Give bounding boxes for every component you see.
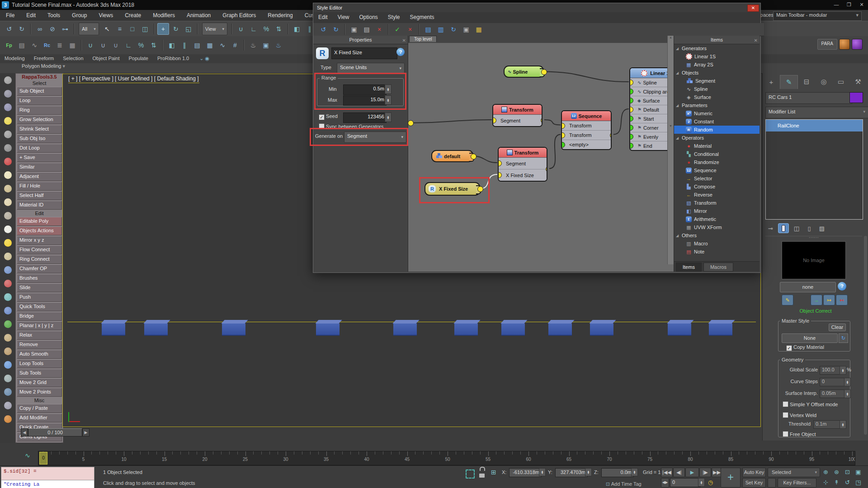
- snap-percent-icon[interactable]: %: [135, 39, 147, 51]
- simple-y-offset-checkbox[interactable]: Simple Y Offset mode: [783, 401, 838, 407]
- items-item-spline[interactable]: ∿Spline: [674, 85, 760, 93]
- snap-2d-icon[interactable]: ∪: [110, 39, 122, 51]
- items-item-transform[interactable]: ▧Transform: [674, 199, 760, 207]
- rappa-button-sub-object[interactable]: Sub Object: [17, 87, 62, 96]
- canvas-tab-top-level[interactable]: Top level: [409, 36, 437, 42]
- layer-list-icon[interactable]: ≣: [54, 39, 66, 51]
- modifier-stack[interactable]: RailClone: [765, 119, 863, 220]
- minimize-button[interactable]: —: [830, 0, 843, 9]
- bind-icon[interactable]: ⊶: [59, 23, 71, 35]
- se-menu-style[interactable]: Style: [383, 12, 405, 22]
- x-spinner[interactable]: ▲▼: [539, 468, 546, 476]
- grid-icon[interactable]: ▦: [66, 39, 78, 51]
- seed-field[interactable]: 123456: [343, 113, 387, 123]
- add-time-tag[interactable]: ⊡ Add Time Tag: [606, 481, 642, 487]
- items-item-compose[interactable]: ▙Compose: [674, 183, 760, 191]
- auto-key-button[interactable]: Auto Key: [742, 468, 766, 477]
- items-item-note[interactable]: ▤Note: [674, 248, 760, 256]
- redo-icon[interactable]: ↻: [16, 23, 28, 35]
- rappa-button-slide[interactable]: Slide: [17, 283, 62, 292]
- menu-edit[interactable]: Edit: [20, 10, 42, 21]
- items-item-constant[interactable]: 2Constant: [674, 117, 760, 126]
- rappa-button-select-half[interactable]: Select Half: [17, 191, 62, 200]
- rappa-button-adjacent[interactable]: Adjacent: [17, 172, 62, 181]
- mirror-icon[interactable]: ◧: [291, 23, 303, 35]
- canvas-scrollbar[interactable]: ▲▼: [667, 36, 674, 264]
- items-tab-macros[interactable]: Macros: [703, 263, 733, 272]
- rappa-button--save[interactable]: + Save: [17, 153, 62, 162]
- geometry-row-field[interactable]: 0: [820, 378, 846, 386]
- graph-node-t2[interactable]: TransformSegmentX Fixed Size: [498, 147, 547, 182]
- scene-box[interactable]: [102, 324, 125, 336]
- help-icon[interactable]: ?: [838, 282, 846, 291]
- rappa-button-objects-actions[interactable]: Objects Actions: [17, 226, 62, 235]
- items-group-others[interactable]: ◢Others: [674, 231, 760, 239]
- cone-icon[interactable]: [0, 222, 15, 236]
- walk-through-icon[interactable]: ↟: [832, 478, 841, 487]
- menu-views[interactable]: Views: [93, 10, 119, 21]
- items-item-macro[interactable]: ▥Macro: [674, 239, 760, 248]
- items-item-surface[interactable]: ◈Surface: [674, 93, 760, 101]
- snap-angle-icon[interactable]: ∟: [248, 23, 259, 35]
- orange-sphere-icon[interactable]: [839, 39, 850, 50]
- scene-box[interactable]: [668, 324, 691, 336]
- sync-checkbox[interactable]: Sync between Generators: [319, 123, 383, 129]
- set-key-button[interactable]: Set Key: [742, 478, 766, 488]
- maximize-button[interactable]: ❐: [843, 0, 855, 9]
- select-link-icon[interactable]: ∞: [34, 23, 46, 35]
- create-tab[interactable]: +: [763, 75, 780, 89]
- teapot-icon[interactable]: [0, 209, 15, 222]
- items-item-selector[interactable]: →Selector: [674, 174, 760, 183]
- rappa-button-planar-x-y-z[interactable]: Planar | x | y | z: [17, 321, 62, 330]
- modifier-list-dropdown[interactable]: Modifier List▾: [765, 107, 868, 118]
- clear-button[interactable]: Clear: [829, 324, 846, 331]
- curve-editor-icon[interactable]: ∿: [217, 39, 228, 51]
- items-header[interactable]: Items✕: [674, 36, 760, 44]
- min-spinner[interactable]: ▲▼: [385, 84, 392, 94]
- pan-icon[interactable]: ⊹: [821, 478, 830, 487]
- close-icon[interactable]: ✕: [754, 37, 758, 45]
- make-unique-icon[interactable]: ◫: [792, 224, 802, 233]
- ribbon-tab-freeform[interactable]: Freeform: [29, 54, 59, 62]
- refresh-icon[interactable]: ↻: [839, 333, 848, 343]
- rappa-button-bridge[interactable]: Bridge: [17, 312, 62, 321]
- cubes-icon[interactable]: [0, 263, 15, 277]
- key-filters-button[interactable]: Key Filters...: [778, 478, 816, 488]
- seed-checkbox[interactable]: ✓ Seed: [319, 113, 338, 120]
- menu-create[interactable]: Create: [119, 10, 147, 21]
- items-group-parameters[interactable]: ◢Parameters: [674, 101, 760, 109]
- se-refresh-icon[interactable]: ↻: [448, 23, 459, 35]
- rappa-button-copy-paste[interactable]: Copy / Paste: [17, 404, 62, 413]
- geometry-row-spinner[interactable]: ▲▼: [844, 378, 851, 386]
- menu-file[interactable]: File: [0, 10, 20, 21]
- items-tab-items[interactable]: Items: [676, 263, 702, 272]
- snap-3d-icon[interactable]: ∪: [85, 39, 96, 51]
- items-item-uvw-xform[interactable]: ▦UVW XForm: [674, 223, 760, 231]
- menu-animation[interactable]: Animation: [181, 10, 217, 21]
- rappa-button-dot-loop[interactable]: Dot Loop: [17, 144, 62, 153]
- ribbon-tab-populate[interactable]: Populate: [124, 54, 152, 62]
- maximize-viewport-icon[interactable]: ◳: [854, 478, 863, 487]
- rappa-button-add-modifier[interactable]: Add Modifier: [17, 413, 62, 422]
- hierarchy-tab[interactable]: ⊟: [798, 75, 815, 89]
- rappa-button-shrink-select[interactable]: Shrink Select: [17, 125, 62, 134]
- ribbon-tab-selection[interactable]: Selection: [58, 54, 88, 62]
- threshold-field[interactable]: 0.1m: [813, 420, 841, 429]
- x-coordinate-field[interactable]: -610.3318m: [509, 468, 542, 477]
- time-slider-handle[interactable]: 0: [39, 452, 47, 465]
- sphere-tan-icon[interactable]: [0, 182, 15, 195]
- se-db-icon[interactable]: ▦: [473, 23, 485, 35]
- vertex-weld-checkbox[interactable]: Vertex Weld: [783, 412, 816, 418]
- next-frame-button[interactable]: ▶: [82, 428, 90, 436]
- graph-node-default[interactable]: default: [431, 150, 473, 162]
- key-filter-toggle[interactable]: [768, 478, 776, 488]
- spheres-icon[interactable]: [0, 277, 15, 290]
- layer-list-icon[interactable]: [0, 87, 15, 100]
- coordsys-dropdown[interactable]: View▾: [202, 23, 227, 35]
- copy-material-checkbox[interactable]: ✓ Copy Material: [786, 344, 824, 351]
- set-keys-button[interactable]: +: [721, 468, 741, 488]
- snap-percent-icon[interactable]: %: [260, 23, 272, 35]
- edit-style-button[interactable]: ✎: [782, 295, 793, 305]
- scene-box[interactable]: [501, 324, 525, 336]
- tree-icon[interactable]: [0, 412, 15, 426]
